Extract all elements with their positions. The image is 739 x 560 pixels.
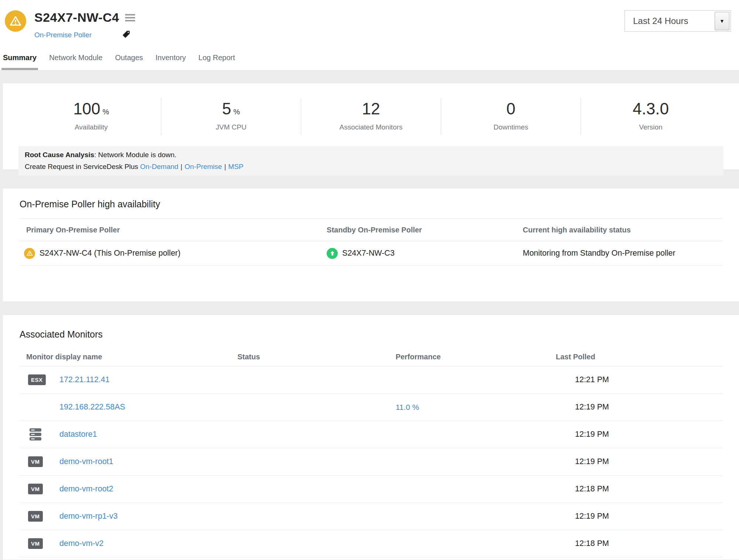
monitors-section-title: Associated Monitors [20, 329, 722, 340]
stat-availability: 100% Availability [21, 98, 161, 135]
monitor-row: 192.168.222.58AS 11.0 % 12:19 PM [20, 394, 722, 421]
ha-col-standby: Standby On-Premise Poller [327, 226, 523, 234]
col-performance: Performance [396, 353, 556, 361]
rca-link-msp[interactable]: MSP [228, 163, 243, 170]
monitor-name-link[interactable]: demo-vm-v2 [59, 539, 103, 548]
monitor-row: VM demo-vm-root2 12:18 PM [20, 476, 722, 503]
associated-monitors-label: Associated Monitors [301, 123, 441, 131]
monitor-name-link[interactable]: datastore1 [59, 430, 97, 439]
rca-request-prefix: Create Request in ServiceDesk Plus [25, 163, 140, 170]
esx-badge-icon: ESX [28, 374, 46, 385]
high-availability-card: On-Premise Poller high availability Prim… [3, 189, 739, 301]
last-polled-time: 12:18 PM [556, 484, 722, 494]
ha-current-status: Monitoring from Standby On-Premise polle… [523, 249, 675, 258]
tab-log-report[interactable]: Log Report [197, 53, 237, 70]
time-range-select[interactable]: Last 24 Hours ▼ [625, 10, 731, 32]
tab-summary[interactable]: Summary [1, 53, 38, 70]
summary-stats-card: 100% Availability 5% JVM CPU 12 Associat… [3, 83, 739, 169]
jvm-cpu-label: JVM CPU [161, 123, 301, 131]
monitor-name-link[interactable]: demo-vm-root2 [59, 484, 113, 494]
downtimes-label: Downtimes [441, 123, 581, 131]
downtimes-value: 0 [506, 100, 515, 118]
rca-message: : Network Module is down. [94, 151, 176, 159]
version-value: 4.3.0 [633, 100, 669, 118]
last-polled-time: 12:19 PM [556, 430, 722, 439]
performance-link[interactable]: 11.0 % [396, 403, 419, 411]
stat-downtimes: 0 Downtimes [441, 98, 581, 135]
last-polled-time: 12:19 PM [556, 457, 722, 466]
vm-badge-icon: VM [28, 456, 43, 467]
dropdown-arrow-icon[interactable]: ▼ [715, 12, 729, 30]
associated-monitors-card: Associated Monitors Monitor display name… [3, 315, 739, 560]
monitor-name-link[interactable]: demo-vm-rp1-v3 [59, 512, 118, 521]
ha-standby-name: S24X7-NW-C3 [342, 249, 395, 258]
tab-inventory[interactable]: Inventory [154, 53, 187, 70]
vm-badge-icon: VM [28, 538, 43, 549]
col-monitor-display-name: Monitor display name [20, 353, 237, 361]
tab-network-module[interactable]: Network Module [48, 53, 104, 70]
ha-primary-name: S24X7-NW-C4 (This On-Premise poller) [39, 249, 181, 258]
last-polled-time: 12:19 PM [556, 512, 722, 521]
last-polled-time: 12:21 PM [556, 375, 722, 384]
col-last-polled: Last Polled [556, 353, 722, 361]
tag-icon[interactable] [122, 30, 131, 40]
rca-title: Root Cause Analysis [25, 151, 94, 159]
availability-label: Availability [21, 123, 161, 131]
primary-warning-icon [24, 248, 35, 259]
last-polled-time: 12:18 PM [556, 539, 722, 548]
tab-outages[interactable]: Outages [114, 53, 145, 70]
monitor-name-link[interactable]: demo-vm-root1 [59, 457, 113, 466]
monitor-name-link[interactable]: 172.21.112.41 [59, 375, 110, 384]
monitor-row: ESX 172.21.112.41 12:21 PM [20, 366, 722, 394]
ha-row: S24X7-NW-C4 (This On-Premise poller) S24… [20, 241, 722, 266]
monitor-row: VM demo-vm-rp1-v3 12:19 PM [20, 503, 722, 530]
last-polled-time: 12:19 PM [556, 402, 722, 412]
vm-badge-icon: VM [28, 511, 43, 522]
ha-section-title: On-Premise Poller high availability [20, 199, 722, 210]
ha-col-status: Current high availability status [523, 226, 722, 234]
monitor-row: datastore1 12:19 PM [20, 421, 722, 448]
datastore-icon [28, 428, 43, 442]
jvm-cpu-value: 5 [222, 100, 231, 118]
device-type-link[interactable]: On-Premise Poller [34, 31, 92, 39]
rca-link-on-demand[interactable]: On-Demand [140, 163, 179, 170]
rca-link-on-premise[interactable]: On-Premise [185, 163, 222, 170]
monitor-row: VM demo-vm-root1 12:19 PM [20, 448, 722, 476]
stat-version: 4.3.0 Version [581, 98, 721, 135]
vm-badge-icon: VM [28, 484, 43, 494]
associated-monitors-value: 12 [362, 100, 380, 118]
version-label: Version [581, 123, 721, 131]
device-header: S24X7-NW-C4 On-Premise Poller Last 24 Ho… [0, 0, 739, 70]
stat-associated-monitors: 12 Associated Monitors [301, 98, 441, 135]
stats-row: 100% Availability 5% JVM CPU 12 Associat… [21, 98, 721, 135]
time-range-value: Last 24 Hours [633, 16, 688, 26]
tab-bar: Summary Network Module Outages Inventory… [1, 53, 246, 70]
col-status: Status [237, 353, 395, 361]
page-title: S24X7-NW-C4 [34, 10, 119, 25]
warning-status-icon [5, 10, 26, 32]
availability-value: 100 [73, 100, 100, 118]
monitors-table: Monitor display name Status Performance … [20, 348, 722, 557]
standby-up-icon [327, 248, 338, 259]
monitor-row: VM demo-vm-v2 12:18 PM [20, 530, 722, 557]
ha-table: Primary On-Premise Poller Standby On-Pre… [20, 218, 722, 266]
stat-jvm-cpu: 5% JVM CPU [161, 98, 301, 135]
monitor-name-link[interactable]: 192.168.222.58AS [59, 402, 125, 412]
hamburger-menu-icon[interactable] [125, 13, 135, 23]
ha-col-primary: Primary On-Premise Poller [20, 226, 327, 234]
